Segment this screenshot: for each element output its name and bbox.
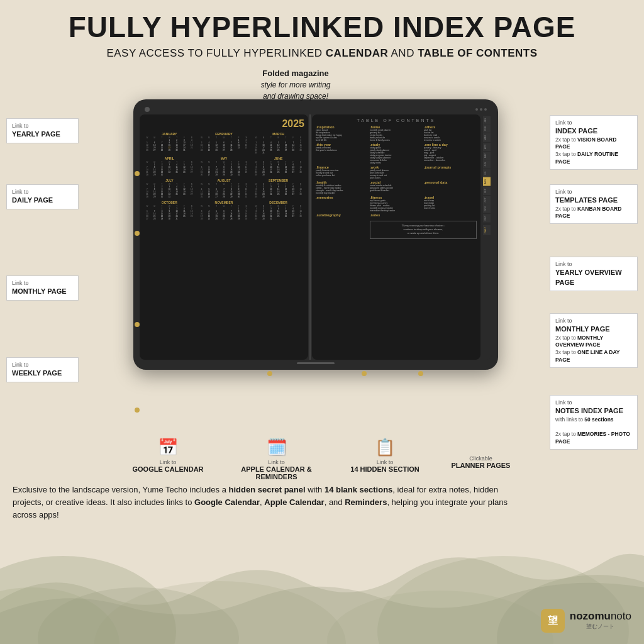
calendar-grid: JANUARY WMTWTFS 1234 567891011 121314151… [143, 132, 304, 220]
nav-tab-dec[interactable]: DEC [483, 214, 491, 222]
google-calendar-icon: 📅 [158, 438, 178, 457]
hidden-section-target: 14 HIDDEN SECTION [350, 465, 419, 473]
toc-memories: .memories [316, 196, 369, 212]
link-monthly-page-right[interactable]: Link to MONTHLY PAGE 2x tap to MONTHLY O… [550, 313, 638, 369]
templates-link-target: TEMPLATES PAGE [555, 196, 632, 205]
folded-magazine-annotation: Folded magazine style for more writingan… [233, 68, 358, 103]
link-templates-page[interactable]: Link to TEMPLATES PAGE 2x tap to KANBAN … [550, 184, 638, 225]
calendar-march: MARCH WMTWTFS 1 2345678 9101112131415 16… [252, 132, 304, 154]
connector-dot-yearly [135, 171, 140, 176]
page-container: FULLY HYPERLINKED INDEX PAGE EASY ACCESS… [0, 0, 644, 644]
logo-text-block: nozomunoto 望むノート [570, 611, 631, 631]
templates-link-label: Link to [555, 188, 632, 196]
calendar-july: JULY WMTWTFS 123456 78910111213 14151617… [143, 179, 196, 198]
logo-kanji: 望 [548, 614, 558, 628]
connector-dot-bottom-2 [362, 371, 367, 376]
nav-tab-apr[interactable]: APR [483, 143, 491, 151]
planner-pages-label: Clickable [469, 455, 492, 462]
calendar-january: JANUARY WMTWTFS 1234 567891011 121314151… [143, 132, 196, 154]
daily-link-target: DAILY PAGE [12, 196, 73, 205]
header: FULLY HYPERLINKED INDEX PAGE EASY ACCESS… [0, 0, 644, 65]
link-daily-page[interactable]: Link to DAILY PAGE [6, 184, 79, 209]
toc-finance: .finance yearly finance overview money-i… [316, 165, 369, 179]
monthly-link-label: Link to [12, 279, 73, 287]
hidden-section-label: Link to [377, 459, 394, 465]
nav-tab-oct[interactable]: OCT [483, 196, 491, 204]
connector-dot-bottom-1 [267, 371, 272, 376]
toc-title: TABLE OF CONTENTS [316, 118, 477, 123]
calendar-november: NOVEMBER WMTWTFS 12 3456789 101112131415… [198, 201, 250, 220]
calendar-february: FEBRUARY WMTWTFS 12 3456789 101112131415… [198, 132, 250, 154]
nav-tab-mar[interactable]: MAR [483, 133, 491, 142]
clickable-planner-pages[interactable]: Clickable PLANNER PAGES [437, 438, 525, 469]
bottom-description: Exclusive to the landscape version, Yume… [0, 484, 644, 521]
tablet-divider [309, 114, 311, 360]
nav-tab-jan[interactable]: JAN [483, 116, 491, 125]
calendar-june: JUNE WMTWTFS 1234567 891011121314 151617… [252, 157, 304, 176]
google-calendar-target: GOOGLE CALENDAR [132, 465, 203, 473]
tablet-wrapper: 2025 JANUARY WMTWTFS 1234 567891011 12 [85, 68, 547, 433]
toc-quote: "Every morning you have two choices :con… [370, 221, 477, 239]
calendar-december: DECEMBER WMTWTFS 1234567 891011121314 15… [252, 201, 304, 220]
weekly-link-target: WEEKLY PAGE [12, 369, 73, 378]
link-weekly-page[interactable]: Link to WEEKLY PAGE [6, 357, 79, 382]
nav-tab-jul[interactable]: JUL [483, 169, 491, 177]
link-yearly-page[interactable]: Link to YEARLY PAGE [6, 118, 79, 143]
planner-pages-target: PLANNER PAGES [452, 462, 511, 469]
toc-social: .social social media schedule password s… [370, 180, 423, 194]
weekly-link-label: Link to [12, 361, 73, 369]
notes-index-label: Link to [555, 399, 632, 407]
logo: 望 nozomunoto 望むノート [541, 609, 631, 633]
toc-autobiography: .autobiography [316, 213, 369, 217]
link-google-calendar[interactable]: 📅 Link to GOOGLE CALENDAR [119, 438, 217, 473]
subtitle: EASY ACCESS TO FULLY HYPERLINKED CALENDA… [25, 47, 619, 60]
connector-dot-monthly [135, 322, 140, 327]
link-index-page[interactable]: Link to INDEX PAGE 2x tap to VISION BOAR… [550, 115, 638, 170]
link-hidden-section[interactable]: 📋 Link to 14 HIDDEN SECTION [336, 438, 434, 473]
nav-tab-aug-active[interactable]: AUG [483, 177, 491, 186]
tablet-nav-tabs[interactable]: JAN FEB MAR APR MAY JUN JUL AUG SEP OCT … [482, 114, 492, 360]
toc-work: .work yearly work planner work schedule … [370, 165, 423, 179]
monthly-right-extra: 2x tap to MONTHLY OVERVIEW PAGE3x tap to… [555, 335, 632, 365]
connector-dot-1 [135, 231, 140, 236]
index-link-label: Link to [555, 119, 632, 127]
apple-calendar-target: APPLE CALENDAR & REMINDERS [220, 465, 333, 480]
link-yearly-overview-page[interactable]: Link to YEARLY OVERVIEW PAGE [550, 257, 638, 291]
tablet-camera [145, 107, 150, 112]
nav-tab-feb[interactable]: FEB [483, 125, 491, 133]
yearly-overview-link-label: Link to [555, 260, 632, 269]
templates-link-extra: 2x tap to KANBAN BOARD PAGE [555, 206, 632, 221]
toc-study: .study study goals yearly study planner … [370, 143, 423, 164]
toc-this-year: .this year yearly overview this year's r… [316, 143, 369, 164]
nav-tab-daily[interactable]: DAILY [483, 225, 491, 235]
link-monthly-page[interactable]: Link to MONTHLY PAGE [6, 275, 79, 301]
monthly-right-target: MONTHLY PAGE [555, 325, 632, 334]
nav-tab-jun[interactable]: JUN [483, 160, 491, 169]
tablet: 2025 JANUARY WMTWTFS 1234 567891011 12 [133, 99, 498, 370]
calendar-october: OCTOBER WMTWTFS 12345 6789101112 1314151… [143, 201, 196, 220]
link-apple-calendar[interactable]: 🗓️ Link to APPLE CALENDAR & REMINDERS [220, 438, 333, 480]
google-calendar-label: Link to [160, 459, 177, 465]
nav-tab-nov[interactable]: NOV [483, 204, 491, 213]
annotation-italic: style for more writingand drawing space! [261, 80, 331, 101]
calendar-may: MAY WMTWTFS 1234 567891011 1213141516171… [198, 157, 250, 176]
logo-subtitle: 望むノート [570, 623, 631, 631]
toc-home: .home monthly meal planner grocery list … [370, 125, 423, 142]
nav-tab-may[interactable]: MAY [483, 152, 491, 160]
left-annotations: Link to YEARLY PAGE Link to DAILY PAGE L… [3, 68, 85, 433]
notes-index-target: NOTES INDEX PAGE [555, 406, 632, 416]
calendar-panel: 2025 JANUARY WMTWTFS 1234 567891011 12 [140, 114, 308, 360]
apple-calendar-icon: 🗓️ [267, 438, 287, 457]
logo-name: nozomunoto [570, 611, 631, 623]
bottom-links-area: 📅 Link to GOOGLE CALENDAR 🗓️ Link to APP… [0, 433, 644, 484]
yearly-link-label: Link to [12, 122, 73, 130]
toc-personal-data: .personal data [424, 180, 477, 194]
index-link-target: INDEX PAGE [555, 126, 632, 136]
monthly-link-target: MONTHLY PAGE [12, 287, 73, 296]
year-label: 2025 [143, 118, 304, 130]
nav-tab-sep[interactable]: SEP [483, 187, 491, 195]
bottom-text: Exclusive to the landscape version, Yume… [13, 484, 528, 521]
connector-dot-weekly [135, 408, 140, 413]
tablet-bottom-bar [140, 361, 492, 366]
tablet-dots [475, 108, 487, 111]
